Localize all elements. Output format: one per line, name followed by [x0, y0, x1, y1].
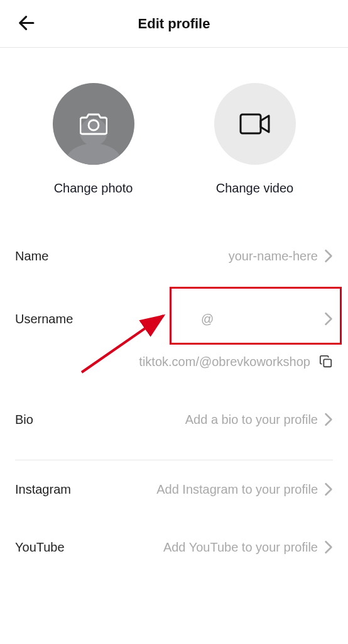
- instagram-value: Add Instagram to your profile: [156, 482, 318, 497]
- change-video-label: Change video: [216, 181, 293, 196]
- camera-icon: [80, 111, 107, 136]
- change-photo-label: Change photo: [54, 181, 133, 196]
- chevron-right-icon: [324, 482, 333, 496]
- profile-url: tiktok.com/@obrevkoworkshop: [139, 355, 310, 369]
- back-button[interactable]: [13, 8, 41, 39]
- back-arrow-icon: [16, 12, 38, 33]
- youtube-row[interactable]: YouTube Add YouTube to your profile: [15, 518, 333, 576]
- youtube-value: Add YouTube to your profile: [163, 540, 318, 555]
- change-photo-button[interactable]: Change photo: [53, 83, 134, 196]
- instagram-label: Instagram: [15, 482, 71, 497]
- username-value: @: [201, 312, 214, 326]
- chevron-right-icon: [324, 312, 333, 326]
- svg-rect-1: [241, 114, 261, 133]
- name-row[interactable]: Name your-name-here: [15, 225, 333, 287]
- svg-rect-2: [324, 359, 331, 367]
- bio-label: Bio: [15, 413, 33, 427]
- chevron-right-icon: [324, 413, 333, 426]
- avatar-placeholder: [53, 83, 134, 165]
- name-label: Name: [15, 249, 48, 264]
- profile-url-row: tiktok.com/@obrevkoworkshop: [0, 350, 348, 394]
- media-row: Change photo Change video: [0, 48, 348, 225]
- youtube-label: YouTube: [15, 540, 65, 555]
- change-video-button[interactable]: Change video: [214, 83, 296, 196]
- header: Edit profile: [0, 0, 348, 48]
- video-camera-icon: [239, 111, 271, 137]
- chevron-right-icon: [324, 540, 333, 554]
- username-row[interactable]: Username @: [15, 287, 333, 350]
- copy-icon[interactable]: [319, 355, 333, 369]
- page-title: Edit profile: [138, 16, 210, 32]
- bio-value: Add a bio to your profile: [185, 413, 318, 427]
- fields-list: Name your-name-here Username @: [0, 225, 348, 350]
- svg-point-0: [89, 120, 99, 130]
- name-value: your-name-here: [229, 249, 318, 264]
- bio-row[interactable]: Bio Add a bio to your profile: [15, 394, 333, 445]
- username-label: Username: [15, 312, 73, 326]
- chevron-right-icon: [324, 249, 333, 263]
- video-placeholder: [214, 83, 296, 165]
- instagram-row[interactable]: Instagram Add Instagram to your profile: [15, 460, 333, 518]
- fields-list-2: Bio Add a bio to your profile Instagram …: [0, 394, 348, 576]
